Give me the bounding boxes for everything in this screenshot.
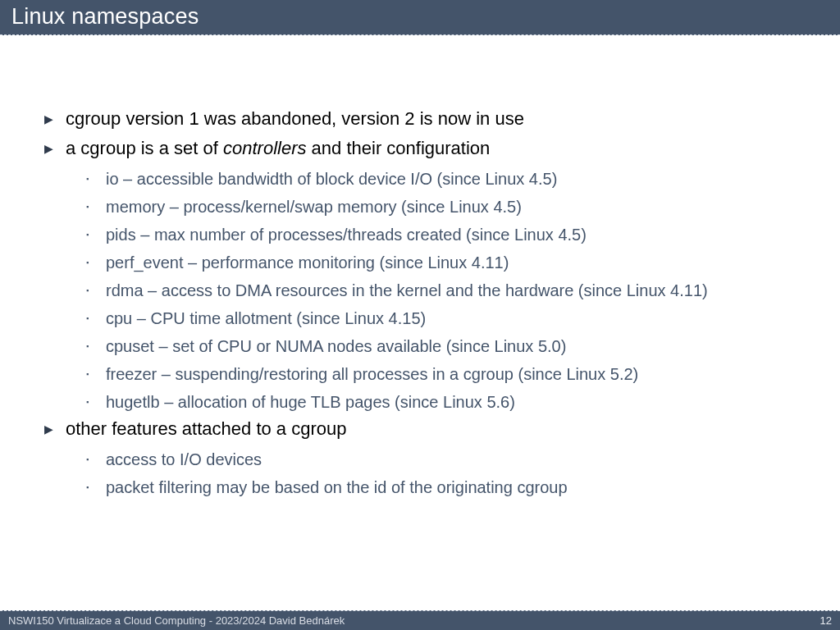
- slide-footer: NSWI150 Virtualizace a Cloud Computing -…: [0, 610, 840, 630]
- bullet-text-part: and their configuration: [306, 138, 490, 158]
- slide: Linux namespaces ▶ cgroup version 1 was …: [0, 0, 840, 630]
- bullet-text: rdma – access to DMA resources in the ke…: [106, 278, 799, 303]
- bullet-text: hugetlb – allocation of huge TLB pages (…: [106, 390, 799, 414]
- square-bullet-icon: ▪: [86, 362, 106, 386]
- bullet-level2: ▪memory – process/kernel/swap memory (si…: [86, 194, 799, 219]
- bullet-text: other features attached to a cgroup: [66, 418, 799, 441]
- bullet-text: cpu – CPU time allotment (since Linux 4.…: [106, 306, 799, 331]
- bullet-level2: ▪hugetlb – allocation of huge TLB pages …: [86, 390, 799, 414]
- bullet-level2: ▪access to I/O devices: [86, 447, 799, 472]
- bullet-text: a cgroup is a set of controllers and the…: [66, 137, 799, 160]
- square-bullet-icon: ▪: [86, 250, 106, 275]
- square-bullet-icon: ▪: [86, 222, 106, 247]
- bullet-text: cpuset – set of CPU or NUMA nodes availa…: [106, 334, 799, 358]
- bullet-level2: ▪rdma – access to DMA resources in the k…: [86, 278, 799, 303]
- slide-content: ▶ cgroup version 1 was abandoned, versio…: [0, 35, 840, 630]
- bullet-text: freezer – suspending/restoring all proce…: [106, 362, 799, 386]
- bullet-level1: ▶ other features attached to a cgroup: [41, 418, 799, 441]
- bullet-level2: ▪cpuset – set of CPU or NUMA nodes avail…: [86, 334, 799, 358]
- square-bullet-icon: ▪: [86, 306, 106, 331]
- page-number: 12: [820, 614, 832, 627]
- bullet-level2: ▪pids – max number of processes/threads …: [86, 222, 799, 247]
- square-bullet-icon: ▪: [86, 447, 106, 472]
- square-bullet-icon: ▪: [86, 194, 106, 219]
- bullet-text-emph: controllers: [223, 138, 306, 158]
- bullet-text: perf_event – performance monitoring (sin…: [106, 250, 799, 275]
- bullet-level1: ▶ a cgroup is a set of controllers and t…: [41, 137, 799, 160]
- bullet-level1: ▶ cgroup version 1 was abandoned, versio…: [41, 107, 799, 130]
- bullet-text: memory – process/kernel/swap memory (sin…: [106, 194, 799, 219]
- bullet-text: access to I/O devices: [106, 447, 799, 472]
- bullet-text: packet filtering may be based on the id …: [106, 475, 799, 500]
- bullet-level2: ▪io – accessible bandwidth of block devi…: [86, 167, 799, 191]
- bullet-text: pids – max number of processes/threads c…: [106, 222, 799, 247]
- bullet-text-part: a cgroup is a set of: [66, 138, 223, 158]
- square-bullet-icon: ▪: [86, 334, 106, 358]
- bullet-text: io – accessible bandwidth of block devic…: [106, 167, 799, 191]
- footer-text: NSWI150 Virtualizace a Cloud Computing -…: [8, 614, 345, 627]
- square-bullet-icon: ▪: [86, 475, 106, 500]
- bullet-level2: ▪cpu – CPU time allotment (since Linux 4…: [86, 306, 799, 331]
- slide-title: Linux namespaces: [0, 0, 840, 35]
- bullet-level2: ▪packet filtering may be based on the id…: [86, 475, 799, 500]
- square-bullet-icon: ▪: [86, 278, 106, 303]
- bullet-level2: ▪perf_event – performance monitoring (si…: [86, 250, 799, 275]
- bullet-level2: ▪freezer – suspending/restoring all proc…: [86, 362, 799, 386]
- square-bullet-icon: ▪: [86, 167, 106, 191]
- triangle-right-icon: ▶: [41, 418, 66, 441]
- bullet-text: cgroup version 1 was abandoned, version …: [66, 107, 799, 130]
- triangle-right-icon: ▶: [41, 137, 66, 160]
- triangle-right-icon: ▶: [41, 107, 66, 130]
- square-bullet-icon: ▪: [86, 390, 106, 414]
